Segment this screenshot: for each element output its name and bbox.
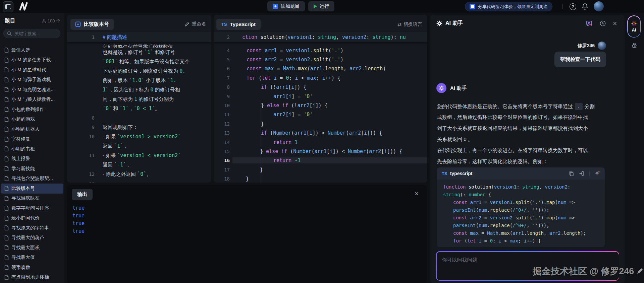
sidebar-item[interactable]: 数字字母问号排序 xyxy=(0,203,64,213)
line-number: 14 xyxy=(214,140,232,145)
ai-assistant-panel: AI 助手 ✕ 修罗246 帮我检查一下代码 AI 助手 您的代码整体思路是正确… xyxy=(430,15,625,283)
assistant-name: AI 助手 xyxy=(450,85,467,91)
sidebar-item-label: 小明的书柜 xyxy=(11,146,35,152)
sidebar-item[interactable]: 小明的机器人 xyxy=(0,124,64,134)
markdown-editor[interactable]: 1# 问题描述 它们忽略任何前导零后的整数值。 也就是说，修订号 `1` 和修订… xyxy=(67,32,211,183)
text-line: 13 xyxy=(67,179,211,183)
sidebar-item[interactable]: 寻找包含斐波那契... xyxy=(0,174,64,184)
output-tab[interactable]: 输出 xyxy=(72,189,93,200)
text-line: 10- 如果 `version1 > version2` xyxy=(67,132,211,141)
question-list: 最佳人选小 M 的多任务下载...小 M 的星球时代小 M 与弹子游戏机小 M … xyxy=(0,45,64,283)
sidebar-toggle-button[interactable] xyxy=(3,1,13,12)
app-logo-icon[interactable] xyxy=(18,2,31,11)
sidebar-item[interactable]: 小 M 的多任务下载... xyxy=(0,55,64,65)
user-name: 修罗246 xyxy=(578,43,595,49)
debug-bug-icon[interactable] xyxy=(631,42,638,49)
text-line: 例如，版本 `1.0` 小于版本 `1. xyxy=(67,76,211,85)
line-number: 9 xyxy=(67,125,98,130)
sidebar-item[interactable]: 线上报警 xyxy=(0,154,64,164)
sidebar-item-label: 寻找最大的葫芦 xyxy=(11,235,44,241)
code-line: 6const max = Math.max(arr1.length, arr2.… xyxy=(214,64,427,73)
bell-icon[interactable] xyxy=(582,3,588,10)
language-tab[interactable]: TS TypeScript xyxy=(216,19,261,30)
sidebar-item[interactable]: 寻找最大面积 xyxy=(0,243,64,253)
sidebar-item-label: 寻找游戏队友 xyxy=(11,195,40,201)
document-icon xyxy=(4,245,9,250)
run-button[interactable]: 运行 xyxy=(308,1,334,11)
code-line: const arr1 = version1.split('.').map(num… xyxy=(443,198,605,206)
problem-title: 比较版本号 xyxy=(84,21,109,27)
ai-close-icon[interactable]: ✕ xyxy=(613,20,617,27)
sidebar-item[interactable]: 寻找最大的葫芦 xyxy=(0,233,64,243)
document-icon xyxy=(4,216,9,221)
ai-rail-button[interactable]: AI xyxy=(627,15,641,38)
sidebar-item[interactable]: 小包的数列操作 xyxy=(0,104,64,115)
sidebar-item[interactable]: 小 M 与光明之魂速... xyxy=(0,85,64,95)
book-icon xyxy=(470,4,475,9)
user-avatar[interactable] xyxy=(594,1,604,11)
help-icon[interactable]: ? xyxy=(570,3,576,10)
text-line: 先去除前导零，这样可以简化比较的逻辑。例如： xyxy=(437,156,619,167)
search-box[interactable] xyxy=(3,29,60,38)
editor-lines: 4const arr1 = version1.split('.')5const … xyxy=(214,46,427,183)
sidebar-item[interactable]: 寻找游戏队友 xyxy=(0,194,64,204)
sparkle-icon xyxy=(436,20,442,26)
markdown-sticky-line: 1# 问题描述 xyxy=(67,32,211,42)
output-value: true xyxy=(72,212,85,220)
insert-code-icon[interactable] xyxy=(579,171,584,176)
new-chat-icon[interactable] xyxy=(586,20,593,27)
copy-icon[interactable] xyxy=(569,171,574,176)
user-message-bubble: 帮我检查一下代码 xyxy=(554,52,606,67)
sidebar-title: 题目 xyxy=(5,17,15,24)
sidebar-item[interactable]: 寻找原来的字符串 xyxy=(0,223,64,233)
sidebar-item-label: 小 M 与光明之魂速... xyxy=(11,87,55,93)
add-question-button[interactable]: + 添加题目 xyxy=(267,1,305,11)
sidebar-item[interactable]: 字符修复 xyxy=(0,134,64,144)
sidebar-item-label: 小超的游戏 xyxy=(11,116,35,122)
sidebar-item[interactable]: 有点限制地走楼梯 xyxy=(0,273,64,283)
code-line: 7for (let i = 0; i < max; i++) { xyxy=(214,73,427,82)
problem-title-chip[interactable]: 比较版本号 xyxy=(70,19,114,30)
code-line: 18} xyxy=(214,174,427,183)
text-line: 1# 问题描述 xyxy=(67,32,127,42)
document-icon xyxy=(4,67,9,72)
output-close-icon[interactable]: ✕ xyxy=(415,191,419,197)
search-icon xyxy=(7,31,12,36)
code-practice-app: + 添加题目 运行 分享代码练习体验，领限量定制周边 ? 题目 共 100 个 xyxy=(0,0,644,283)
sidebar-item[interactable]: 小明的书柜 xyxy=(0,144,64,154)
document-icon xyxy=(4,48,9,53)
code-line: 2ction solution(version1: string, versio… xyxy=(214,32,427,42)
document-icon xyxy=(4,87,9,92)
sidebar-item[interactable]: 小 M 与狼人拯救者... xyxy=(0,95,64,105)
magic-spark-icon[interactable] xyxy=(595,171,600,176)
pen-icon xyxy=(636,268,643,275)
text-line: 成数组，然后通过循环比较每个对应位置的修订号。如果在循环中找 xyxy=(437,112,619,123)
switch-language-button[interactable]: ⇄ 切换语言 xyxy=(397,21,422,27)
text-line: 您的代码整体思路是正确的。它首先将两个版本号字符串通过 . 分割 xyxy=(437,101,619,112)
assistant-paragraph-1: 您的代码整体思路是正确的。它首先将两个版本号字符串通过 . 分割成数组，然后通过… xyxy=(437,101,619,145)
history-icon[interactable] xyxy=(599,20,606,27)
sidebar-item[interactable]: 小 M 的星球时代 xyxy=(0,65,64,75)
code-line: 9arr1[i] = '0' xyxy=(214,92,427,101)
sidebar-item-label: 学习新技能 xyxy=(11,166,35,172)
sidebar-item-label: 小包的数列操作 xyxy=(11,107,44,113)
sidebar-item[interactable]: 学习新技能 xyxy=(0,164,64,174)
output-panel: 输出 ✕ truetruetruetrue xyxy=(67,185,427,283)
sidebar-item[interactable]: 比较版本号 xyxy=(1,184,63,194)
sidebar-item[interactable]: 最小趋同代价 xyxy=(0,213,64,223)
promo-badge[interactable]: 分享代码练习体验，领限量定制周边 xyxy=(465,2,552,11)
user-message-header: 修罗246 xyxy=(578,42,606,50)
question-sidebar: 题目 共 100 个 最佳人选小 M 的多任务下载...小 M 的星球时代小 M… xyxy=(0,13,64,283)
sidebar-item[interactable]: 小 M 与弹子游戏机 xyxy=(0,75,64,85)
code-block-language: typescript xyxy=(450,171,566,176)
output-values: truetruetruetrue xyxy=(72,204,85,235)
rename-button[interactable]: 重命名 xyxy=(184,21,206,27)
ai-rail-label: AI xyxy=(632,27,636,32)
search-input[interactable] xyxy=(14,31,55,37)
code-editor[interactable]: 2ction solution(version1: string, versio… xyxy=(214,32,427,183)
sidebar-item[interactable]: 硬币凑数 xyxy=(0,263,64,273)
sidebar-item[interactable]: 寻找最大值 xyxy=(0,253,64,263)
sidebar-item[interactable]: 小超的游戏 xyxy=(0,115,64,125)
line-number: 1 xyxy=(67,34,98,40)
sidebar-item[interactable]: 最佳人选 xyxy=(0,45,64,55)
